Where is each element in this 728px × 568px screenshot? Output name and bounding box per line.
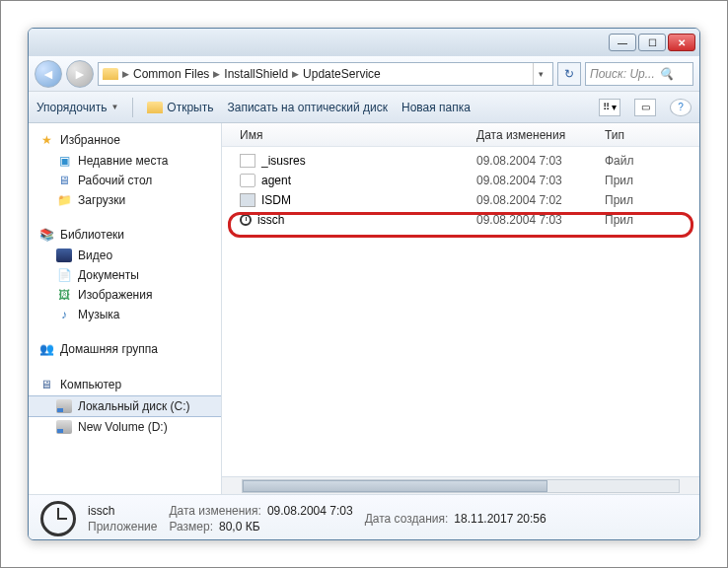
view-options-button[interactable]: ⠿ ▾ xyxy=(599,99,620,116)
file-area: Имя Дата изменения Тип _isusres 09.08.20… xyxy=(222,123,699,494)
separator xyxy=(132,98,133,117)
details-filename: issch xyxy=(88,504,157,518)
details-pane: issch Приложение Дата изменения:09.08.20… xyxy=(29,494,699,540)
organize-button[interactable]: Упорядочить▼ xyxy=(36,101,118,114)
tree-item-music[interactable]: ♪Музыка xyxy=(29,305,221,324)
open-button[interactable]: Открыть xyxy=(147,101,213,114)
folder-icon xyxy=(147,102,163,113)
folder-icon xyxy=(103,68,118,80)
details-kind: Приложение xyxy=(88,520,157,533)
column-modified[interactable]: Дата изменения xyxy=(476,128,605,142)
tree-item-downloads[interactable]: 📁Загрузки xyxy=(29,190,221,210)
body-area: ★Избранное ▣Недавние места 🖥Рабочий стол… xyxy=(29,123,699,494)
homegroup-icon: 👥 xyxy=(38,342,54,356)
breadcrumb-item[interactable]: Common Files xyxy=(133,67,209,81)
file-icon xyxy=(240,154,255,168)
computer-icon: 🖥 xyxy=(38,378,54,391)
column-type[interactable]: Тип xyxy=(605,128,699,142)
file-row[interactable]: agent 09.08.2004 7:03 Прил xyxy=(236,171,686,190)
maximize-button[interactable]: ☐ xyxy=(638,34,666,51)
clock-icon xyxy=(240,214,252,226)
libraries-group[interactable]: 📚Библиотеки xyxy=(29,224,221,246)
address-dropdown[interactable]: ▾ xyxy=(533,63,548,85)
address-bar[interactable]: ▶ Common Files ▶ InstallShield ▶ UpdateS… xyxy=(98,62,553,86)
scrollbar-thumb[interactable] xyxy=(243,480,547,492)
burn-button[interactable]: Записать на оптический диск xyxy=(227,101,388,114)
toolbar: Упорядочить▼ Открыть Записать на оптичес… xyxy=(29,92,699,123)
picture-icon: 🖼 xyxy=(56,288,72,302)
tree-item-desktop[interactable]: 🖥Рабочий стол xyxy=(29,171,221,190)
clock-icon xyxy=(40,501,76,536)
chevron-right-icon: ▶ xyxy=(292,69,299,79)
column-headers[interactable]: Имя Дата изменения Тип xyxy=(222,123,699,147)
file-row[interactable]: issch 09.08.2004 7:03 Прил xyxy=(236,210,686,230)
navigation-bar: ◄ ► ▶ Common Files ▶ InstallShield ▶ Upd… xyxy=(29,56,699,92)
tree-item-recent[interactable]: ▣Недавние места xyxy=(29,151,221,171)
column-name[interactable]: Имя xyxy=(240,128,476,142)
search-icon: 🔍 xyxy=(659,67,674,81)
document-icon: 📄 xyxy=(56,268,72,282)
computer-group[interactable]: 🖥Компьютер xyxy=(29,374,221,395)
desktop-icon: 🖥 xyxy=(56,174,72,187)
disk-icon xyxy=(56,399,72,413)
chevron-right-icon: ▶ xyxy=(213,69,220,79)
file-list[interactable]: _isusres 09.08.2004 7:03 Файл agent 09.0… xyxy=(222,147,699,476)
search-placeholder: Поиск: Up... xyxy=(590,67,655,81)
refresh-button[interactable]: ↻ xyxy=(557,62,581,86)
navigation-tree[interactable]: ★Избранное ▣Недавние места 🖥Рабочий стол… xyxy=(29,123,222,494)
explorer-window: — ☐ ✕ ◄ ► ▶ Common Files ▶ InstallShield… xyxy=(28,28,700,540)
favorites-group[interactable]: ★Избранное xyxy=(29,129,221,151)
tree-item-disk-c[interactable]: Локальный диск (C:) xyxy=(29,395,221,417)
minimize-button[interactable]: — xyxy=(609,34,636,51)
file-row[interactable]: ISDM 09.08.2004 7:02 Прил xyxy=(236,190,686,210)
breadcrumb-item[interactable]: InstallShield xyxy=(224,67,288,81)
video-icon xyxy=(56,248,72,262)
tree-item-documents[interactable]: 📄Документы xyxy=(29,265,221,285)
tree-item-disk-d[interactable]: New Volume (D:) xyxy=(29,417,221,437)
breadcrumb-item[interactable]: UpdateService xyxy=(303,67,381,81)
preview-pane-button[interactable]: ▭ xyxy=(634,99,656,116)
back-button[interactable]: ◄ xyxy=(35,60,62,88)
download-icon: 📁 xyxy=(56,193,72,207)
recent-icon: ▣ xyxy=(56,154,72,168)
new-folder-button[interactable]: Новая папка xyxy=(401,101,471,114)
homegroup-group[interactable]: 👥Домашняя группа xyxy=(29,338,221,360)
music-icon: ♪ xyxy=(56,308,72,321)
agent-icon xyxy=(240,174,255,187)
chevron-right-icon: ▶ xyxy=(122,69,129,79)
horizontal-scrollbar[interactable] xyxy=(222,476,699,494)
application-icon xyxy=(240,193,255,207)
forward-button[interactable]: ► xyxy=(66,60,94,88)
libraries-icon: 📚 xyxy=(38,228,54,242)
file-row[interactable]: _isusres 09.08.2004 7:03 Файл xyxy=(236,151,686,171)
search-input[interactable]: Поиск: Up... 🔍 xyxy=(585,62,693,86)
tree-item-pictures[interactable]: 🖼Изображения xyxy=(29,285,221,305)
titlebar: — ☐ ✕ xyxy=(29,29,699,56)
help-button[interactable]: ? xyxy=(670,99,692,116)
star-icon: ★ xyxy=(38,133,54,147)
tree-item-videos[interactable]: Видео xyxy=(29,246,221,265)
close-button[interactable]: ✕ xyxy=(668,34,695,51)
disk-icon xyxy=(56,420,72,434)
